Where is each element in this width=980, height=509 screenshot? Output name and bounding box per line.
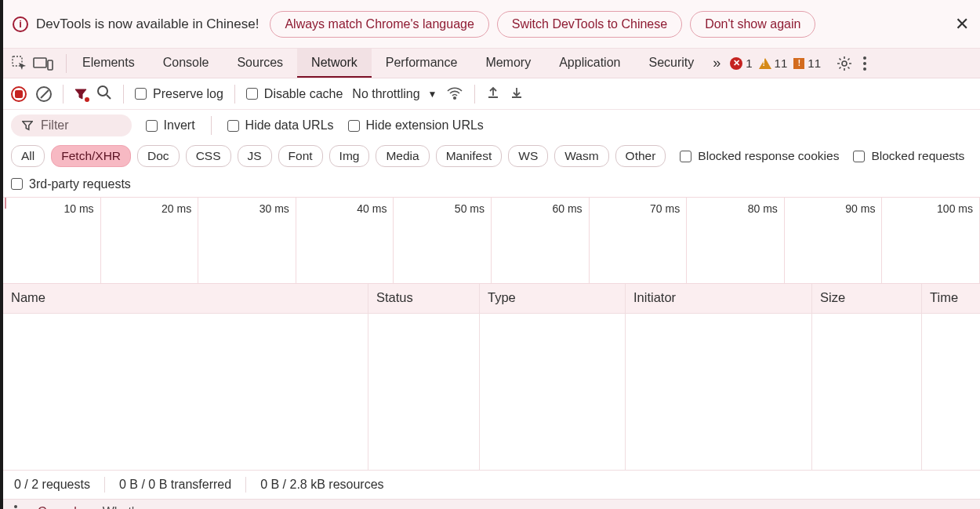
- infobar-message: DevTools is now available in Chinese!: [36, 16, 259, 32]
- table-col: [3, 314, 368, 470]
- more-options-icon[interactable]: [863, 56, 866, 71]
- filter-placeholder: Filter: [41, 118, 69, 133]
- tab-sources[interactable]: Sources: [223, 49, 297, 78]
- separator: [104, 477, 105, 493]
- main-tabstrip: Elements Console Sources Network Perform…: [3, 49, 980, 78]
- timeline-tick: 30 ms: [198, 198, 296, 283]
- status-transferred: 0 B / 0 B transferred: [119, 478, 231, 492]
- drawer-tab-console[interactable]: Console: [38, 505, 84, 510]
- column-header-initiator[interactable]: Initiator: [626, 284, 812, 313]
- settings-icon[interactable]: [837, 56, 852, 71]
- hide-data-urls-label: Hide data URLs: [245, 118, 334, 133]
- table-col: [480, 314, 626, 470]
- blocked-response-cookies-label: Blocked response cookies: [698, 149, 839, 163]
- column-header-time[interactable]: Time: [922, 284, 980, 313]
- export-har-icon[interactable]: [510, 85, 524, 103]
- tab-console[interactable]: Console: [149, 49, 223, 78]
- dont-show-again-button[interactable]: Don't show again: [690, 11, 815, 38]
- type-filter-js[interactable]: JS: [238, 145, 272, 167]
- requests-table-body: [3, 314, 980, 471]
- errors-badge[interactable]: ✕1: [730, 56, 752, 70]
- separator: [123, 85, 124, 104]
- blocked-requests-checkbox[interactable]: Blocked requests: [853, 149, 964, 163]
- more-tabs-icon[interactable]: »: [713, 55, 720, 71]
- disable-cache-checkbox[interactable]: Disable cache: [246, 87, 343, 101]
- import-har-icon[interactable]: [486, 85, 500, 103]
- type-filter-manifest[interactable]: Manifest: [436, 145, 503, 167]
- type-filter-css[interactable]: CSS: [186, 145, 231, 167]
- device-toolbar-icon[interactable]: [33, 56, 53, 71]
- type-filter-media[interactable]: Media: [376, 145, 429, 167]
- timeline-tick: 60 ms: [492, 198, 590, 283]
- svg-point-3: [842, 61, 847, 66]
- hide-data-urls-checkbox[interactable]: Hide data URLs: [227, 118, 334, 133]
- column-header-status[interactable]: Status: [368, 284, 480, 313]
- status-bar: 0 / 2 requests 0 B / 0 B transferred 0 B…: [3, 471, 980, 499]
- type-filter-other[interactable]: Other: [615, 145, 666, 167]
- type-filter-fetch-xhr[interactable]: Fetch/XHR: [51, 145, 131, 167]
- overview-timeline[interactable]: 10 ms 20 ms 30 ms 40 ms 50 ms 60 ms 70 m…: [3, 198, 980, 284]
- tab-security[interactable]: Security: [634, 49, 708, 78]
- type-filter-wasm[interactable]: Wasm: [554, 145, 608, 167]
- search-icon[interactable]: [96, 85, 112, 104]
- table-col: [812, 314, 922, 470]
- tab-application[interactable]: Application: [545, 49, 634, 78]
- invert-checkbox[interactable]: Invert: [146, 118, 195, 133]
- drawer-tab-whats-new[interactable]: What's new: [103, 505, 167, 510]
- filter-row: Filter Invert Hide data URLs Hide extens…: [3, 110, 980, 141]
- throttling-value: No throttling: [352, 87, 419, 101]
- language-infobar: i DevTools is now available in Chinese! …: [3, 0, 980, 49]
- timeline-cursor: [5, 198, 6, 209]
- timeline-tick: 70 ms: [590, 198, 688, 283]
- record-button[interactable]: [11, 86, 27, 102]
- timeline-tick: 50 ms: [394, 198, 492, 283]
- svg-point-5: [454, 96, 456, 99]
- disable-cache-label: Disable cache: [264, 87, 343, 101]
- column-header-size[interactable]: Size: [812, 284, 922, 313]
- type-filter-doc[interactable]: Doc: [137, 145, 180, 167]
- drawer-more-icon[interactable]: [14, 505, 17, 510]
- tab-network[interactable]: Network: [297, 49, 372, 78]
- column-header-name[interactable]: Name: [3, 284, 368, 313]
- issues-badge[interactable]: !11: [793, 56, 821, 70]
- blocked-response-cookies-checkbox[interactable]: Blocked response cookies: [680, 149, 839, 163]
- match-language-button[interactable]: Always match Chrome's language: [270, 11, 488, 38]
- issues-count: 11: [808, 56, 821, 70]
- warnings-badge[interactable]: 11: [759, 56, 788, 70]
- tab-memory[interactable]: Memory: [471, 49, 545, 78]
- hide-extension-urls-checkbox[interactable]: Hide extension URLs: [348, 118, 484, 133]
- type-filter-row: All Fetch/XHR Doc CSS JS Font Img Media …: [3, 141, 980, 171]
- invert-label: Invert: [164, 118, 195, 133]
- third-filter-row: 3rd-party requests: [3, 171, 980, 198]
- svg-point-4: [98, 86, 107, 96]
- column-header-type[interactable]: Type: [480, 284, 626, 313]
- timeline-tick: 40 ms: [296, 198, 394, 283]
- separator: [63, 85, 64, 104]
- type-filter-ws[interactable]: WS: [508, 145, 548, 167]
- network-conditions-icon[interactable]: [446, 85, 463, 104]
- filter-input[interactable]: Filter: [11, 115, 132, 136]
- requests-table-header: Name Status Type Initiator Size Time: [3, 284, 980, 314]
- separator: [234, 85, 235, 104]
- tab-elements[interactable]: Elements: [68, 49, 149, 78]
- throttling-select[interactable]: No throttling▼: [352, 87, 437, 101]
- preserve-log-checkbox[interactable]: Preserve log: [135, 87, 223, 101]
- timeline-tick: 90 ms: [785, 198, 883, 283]
- hide-extension-urls-label: Hide extension URLs: [366, 118, 484, 133]
- type-filter-font[interactable]: Font: [278, 145, 323, 167]
- separator: [245, 477, 246, 493]
- close-icon[interactable]: ✕: [955, 14, 969, 35]
- inspect-element-icon[interactable]: [11, 55, 28, 72]
- timeline-tick: 20 ms: [101, 198, 199, 283]
- preserve-log-label: Preserve log: [153, 87, 223, 101]
- network-toolbar: Preserve log Disable cache No throttling…: [3, 78, 980, 110]
- third-party-requests-checkbox[interactable]: 3rd-party requests: [11, 177, 131, 191]
- clear-button[interactable]: [36, 86, 52, 102]
- type-filter-img[interactable]: Img: [329, 145, 370, 167]
- switch-language-button[interactable]: Switch DevTools to Chinese: [497, 11, 682, 38]
- filter-toggle-icon[interactable]: [74, 88, 87, 100]
- issue-badges[interactable]: ✕1 11 !11: [730, 56, 821, 70]
- tab-performance[interactable]: Performance: [372, 49, 472, 78]
- type-filter-all[interactable]: All: [11, 145, 45, 167]
- status-requests: 0 / 2 requests: [14, 478, 90, 492]
